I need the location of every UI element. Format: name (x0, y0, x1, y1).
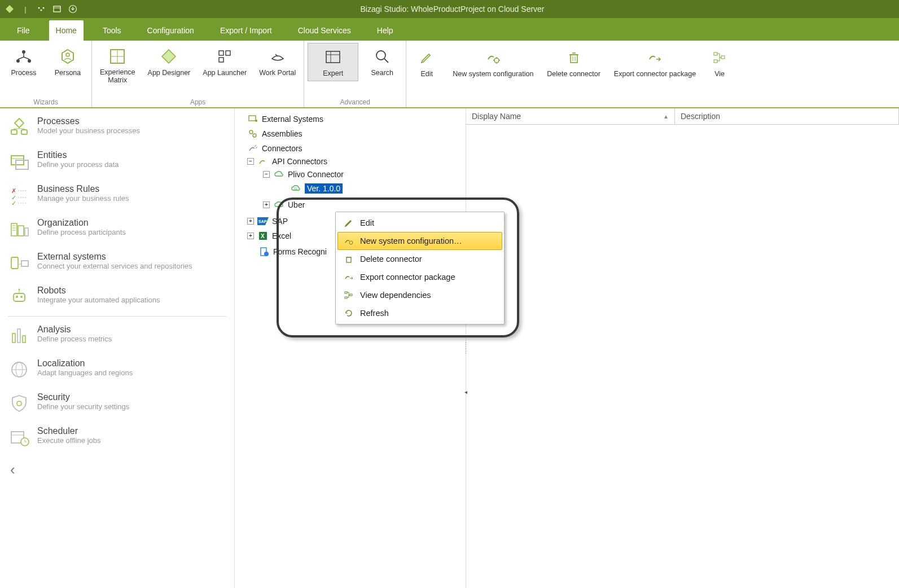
app-launcher-icon (214, 46, 235, 67)
new-system-config-button[interactable]: New system configuration (448, 44, 538, 81)
sidebar-item-processes[interactable]: Processes Model your business processes (0, 111, 234, 144)
quick-window-icon[interactable] (52, 4, 62, 14)
tab-file[interactable]: File (10, 20, 37, 41)
plug-gear-icon (483, 47, 503, 68)
sidebar-item-scheduler[interactable]: Scheduler Execute offline jobs (0, 420, 234, 454)
work-portal-button[interactable]: Work Portal (255, 43, 300, 80)
tree-node-plivo[interactable]: − Plivo Connector (263, 169, 344, 180)
delete-connector-button[interactable]: Delete connector (542, 44, 605, 81)
tab-home[interactable]: Home (49, 20, 84, 41)
sidebar-item-label: Security (37, 392, 129, 402)
tab-cloud-services[interactable]: Cloud Services (291, 20, 358, 41)
rules-icon: ✗✓✓ (8, 184, 30, 207)
app-launcher-button[interactable]: App Launcher (198, 43, 251, 80)
experience-matrix-label: ExperienceMatrix (100, 69, 135, 85)
sidebar-item-external-systems[interactable]: External systems Connect your external s… (0, 246, 234, 280)
experience-matrix-button[interactable]: ExperienceMatrix (95, 43, 140, 88)
excel-icon: X (257, 230, 269, 242)
sidebar-item-analysis[interactable]: Analysis Define process metrics (0, 319, 234, 353)
svg-text:✗: ✗ (11, 187, 16, 194)
svg-point-9 (28, 59, 31, 63)
sidebar-divider (8, 316, 226, 317)
column-display-name[interactable]: Display Name ▲ (466, 108, 675, 124)
menu-item-delete-connector[interactable]: Delete connector (337, 250, 502, 268)
sidebar-item-robots[interactable]: Robots Integrate your automated applicat… (0, 280, 234, 314)
edit-button[interactable]: Edit (410, 44, 444, 81)
export-connector-package-button[interactable]: Export connector package (609, 44, 700, 81)
svg-rect-49 (21, 261, 28, 266)
expand-icon[interactable]: + (247, 218, 254, 225)
sidebar-item-sub: Execute offline jobs (37, 436, 101, 445)
view-dependencies-button-cut[interactable]: Vie (705, 44, 734, 81)
quick-download-icon[interactable] (68, 4, 78, 14)
app-icon (5, 4, 15, 14)
sidebar-item-business-rules[interactable]: ✗✓✓ Business Rules Manage your business … (0, 178, 234, 212)
ribbon-group-wizards: Process Persona Wizards (0, 41, 92, 107)
persona-button[interactable]: Persona (47, 43, 88, 80)
sidebar-item-organization[interactable]: Organization Define process participants (0, 212, 234, 246)
collapse-icon[interactable]: − (247, 158, 254, 165)
svg-rect-80 (347, 257, 351, 262)
menu-item-export-connector-package[interactable]: Export connector package (337, 268, 502, 286)
menu-item-view-dependencies[interactable]: View dependencies (337, 286, 502, 304)
sidebar-item-label: Processes (37, 116, 140, 126)
sidebar-item-localization[interactable]: Localization Adapt languages and regions (0, 353, 234, 387)
process-button[interactable]: Process (3, 43, 44, 80)
tree-node-forms-recognizer[interactable]: Forms Recogni (247, 246, 327, 257)
sidebar-item-security[interactable]: Security Define your security settings (0, 387, 234, 420)
expert-button[interactable]: Expert (308, 43, 358, 81)
collapse-icon[interactable]: − (263, 171, 270, 178)
tree-node-excel[interactable]: + X Excel (247, 230, 291, 242)
tab-tools[interactable]: Tools (96, 20, 128, 41)
menu-label: Delete connector (360, 254, 422, 264)
svg-point-24 (494, 58, 499, 63)
col-label: Description (681, 112, 720, 121)
tab-export-import[interactable]: Export / Import (213, 20, 279, 41)
svg-rect-25 (571, 55, 577, 63)
tree-node-assemblies[interactable]: Assemblies (237, 128, 302, 139)
svg-text:SAP: SAP (258, 220, 267, 223)
svg-rect-48 (11, 257, 18, 269)
menu-item-refresh[interactable]: Refresh (337, 304, 502, 322)
tree-node-uber[interactable]: + Uber (263, 199, 305, 210)
tree-label: External Systems (262, 115, 323, 124)
work-portal-icon (267, 46, 288, 67)
svg-marker-33 (15, 119, 24, 128)
external-systems-icon (8, 252, 30, 274)
tree-label: Excel (272, 231, 291, 240)
tree-node-version-selected[interactable]: 01 Ver. 1.0.0 (279, 183, 343, 194)
tree-node-sap[interactable]: + SAP SAP (247, 216, 288, 227)
tree-node-external-systems[interactable]: External Systems (237, 113, 323, 125)
menu-item-edit[interactable]: Edit (337, 214, 502, 232)
new-system-config-label: New system configuration (453, 70, 533, 78)
column-description[interactable]: Description (675, 108, 899, 124)
sidebar-item-entities[interactable]: Entities Define your process data (0, 144, 234, 178)
advanced-group-label: Advanced (308, 97, 402, 106)
sidebar-back-button[interactable]: ‹ (0, 454, 234, 485)
menu-item-new-system-config[interactable]: New system configuration… (337, 232, 502, 250)
svg-marker-15 (162, 50, 176, 63)
tab-configuration[interactable]: Configuration (141, 20, 201, 41)
svg-rect-30 (714, 52, 717, 55)
app-designer-button[interactable]: App Designer (143, 43, 195, 80)
tree-icon (343, 289, 354, 301)
search-label: Search (371, 69, 393, 77)
svg-point-3 (43, 7, 45, 9)
ribbon: Process Persona Wizards ExperienceMatrix (0, 41, 899, 108)
tree-label: Uber (288, 200, 305, 209)
expand-icon[interactable]: + (263, 201, 270, 208)
tab-help[interactable]: Help (370, 20, 400, 41)
titlebar-left: | (5, 4, 78, 14)
svg-rect-17 (226, 51, 230, 55)
tree-node-connectors[interactable]: Connectors (237, 143, 302, 154)
work-portal-label: Work Portal (259, 69, 296, 77)
ribbon-context-actions: Edit New system configuration Delete con… (406, 41, 738, 107)
tree-node-api-connectors[interactable]: − API Connectors (247, 156, 327, 167)
search-button[interactable]: Search (362, 43, 402, 80)
svg-rect-31 (714, 60, 717, 63)
process-icon (14, 46, 34, 67)
search-icon (372, 46, 392, 67)
expand-icon[interactable]: + (247, 232, 254, 239)
menu-label: View dependencies (360, 291, 431, 300)
quick-settings-icon[interactable] (36, 4, 46, 14)
